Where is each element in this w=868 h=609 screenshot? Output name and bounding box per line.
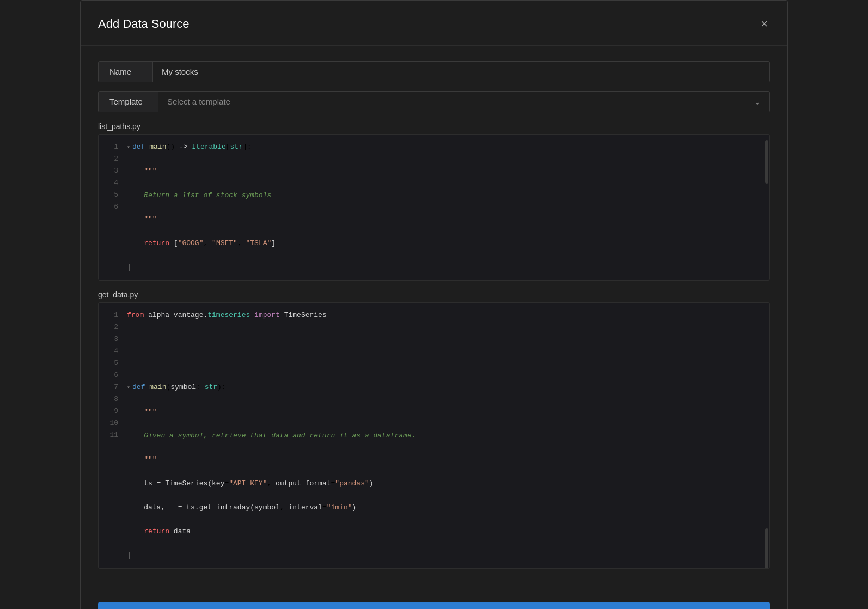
get-data-scrollbar[interactable] (764, 303, 768, 568)
list-paths-filename: list_paths.py (98, 121, 770, 132)
name-value[interactable]: My stocks (153, 62, 769, 82)
list-paths-line-numbers: 1 2 3 4 5 6 (99, 135, 123, 280)
list-paths-code[interactable]: ▾def main() -> Iterable[str]: """ Return… (123, 135, 769, 280)
template-field-row: Template Select a template ⌄ (98, 91, 770, 112)
add-data-source-modal: Add Data Source × Name My stocks Templat… (80, 0, 788, 609)
list-paths-block: list_paths.py 1 2 3 4 5 6 ▾def main() ->… (98, 121, 770, 281)
list-paths-editor[interactable]: 1 2 3 4 5 6 ▾def main() -> Iterable[str]… (98, 134, 770, 281)
name-label: Name (99, 62, 153, 82)
close-button[interactable]: × (759, 16, 770, 32)
template-placeholder: Select a template (167, 97, 230, 106)
get-data-block: get_data.py 1 2 3 4 5 6 7 8 9 (98, 289, 770, 569)
modal-title: Add Data Source (98, 17, 190, 31)
list-paths-scrollbar[interactable] (764, 135, 768, 280)
template-label: Template (99, 92, 158, 112)
get-data-editor[interactable]: 1 2 3 4 5 6 7 8 9 10 11 from alpha_ (98, 302, 770, 569)
template-select[interactable]: Select a template ⌄ (158, 92, 769, 112)
name-field-row: Name My stocks (98, 61, 770, 82)
get-data-filename: get_data.py (98, 289, 770, 300)
modal-footer: Create source (81, 593, 787, 609)
get-data-code[interactable]: from alpha_vantage.timeseries import Tim… (123, 303, 769, 568)
modal-header: Add Data Source × (81, 1, 787, 46)
modal-body: Name My stocks Template Select a templat… (81, 46, 787, 593)
chevron-down-icon: ⌄ (754, 98, 761, 106)
get-data-line-numbers: 1 2 3 4 5 6 7 8 9 10 11 (99, 303, 123, 568)
create-source-button[interactable]: Create source (98, 602, 770, 609)
code-section: list_paths.py 1 2 3 4 5 6 ▾def main() ->… (98, 121, 770, 577)
